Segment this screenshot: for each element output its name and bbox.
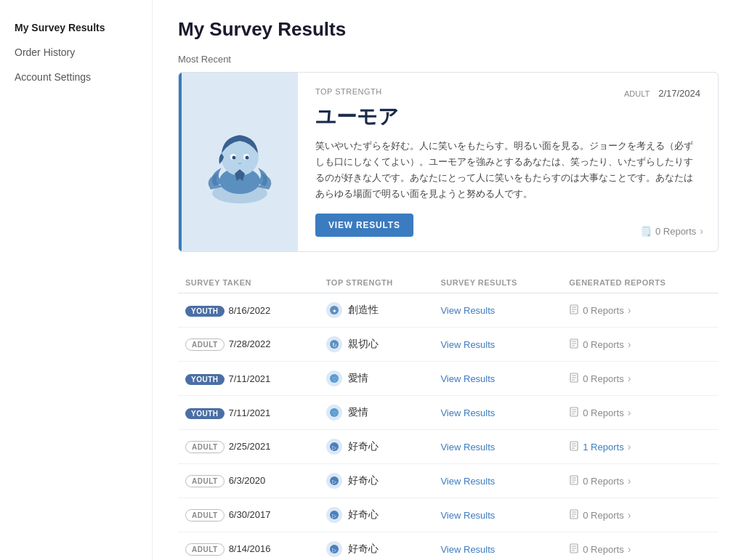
svg-point-5 [232,155,236,159]
date-cell: YOUTH8/16/2022 [178,293,319,328]
sidebar-item-order-history[interactable]: Order History [15,46,137,58]
row-chevron-right-icon[interactable]: › [628,304,631,316]
date-cell: ADULT7/28/2022 [178,328,319,362]
page-title: My Survey Results [178,18,719,41]
svg-text:▷: ▷ [332,513,337,519]
reports-cell: 0 Reports› [562,293,719,328]
row-chevron-right-icon[interactable]: › [628,543,631,555]
date-cell: ADULT2/25/2021 [178,430,319,464]
survey-table-body: YOUTH8/16/2022✦創造性View Results0 Reports›… [178,293,719,560]
strength-cell: ▷好奇心 [319,498,434,532]
date-value: 6/30/2017 [229,509,271,520]
table-row: ADULT2/25/2021▷好奇心View Results1 Reports› [178,430,719,464]
strength-name: 好奇心 [348,474,379,487]
strength-icon: ✦ [326,302,342,318]
reports-count: 0 Reports [583,476,623,487]
strength-icon: ▷ [326,473,342,489]
row-chevron-right-icon[interactable]: › [628,373,631,384]
featured-strength-title: ユーモア [315,103,700,131]
view-results-link[interactable]: View Results [440,510,495,521]
reports-count: 0 Reports [583,339,623,350]
strength-icon: ▷ [326,541,342,557]
date-value: 7/11/2021 [229,373,271,384]
date-cell: YOUTH7/11/2021 [178,362,319,396]
date-value: 8/16/2022 [229,305,271,316]
strength-name: 愛情 [348,372,368,385]
strength-name: 愛情 [348,406,368,419]
row-chevron-right-icon[interactable]: › [628,441,631,453]
date-value: 6/3/2020 [229,475,266,486]
view-results-link[interactable]: View Results [440,442,495,453]
type-badge: ADULT [185,441,225,453]
row-chevron-right-icon[interactable]: › [628,475,631,487]
featured-chevron-right-icon[interactable]: › [700,225,703,237]
view-results-cell: View Results [433,362,562,396]
strength-cell: ↻親切心 [319,328,434,362]
col-survey-results: SURVEY RESULTS [433,272,562,293]
featured-date: 2/17/2024 [658,88,700,99]
reports-cell: 0 Reports› [562,498,719,532]
report-icon [569,475,579,487]
svg-text:♡: ♡ [331,376,336,383]
type-badge: ADULT [185,338,225,351]
view-results-cell: View Results [433,430,562,464]
date-value: 8/14/2016 [229,543,271,554]
type-badge: YOUTH [185,306,225,317]
strength-cell: ♡愛情 [319,362,434,396]
sidebar-item-my-survey-results[interactable]: My Survey Results [15,22,137,33]
featured-date-container: ADULT 2/17/2024 [624,87,700,99]
reports-cell: 0 Reports› [562,396,719,430]
reports-count: 1 Reports [583,442,623,453]
most-recent-label: Most Recent [178,54,719,65]
svg-text:✦: ✦ [331,308,336,315]
type-badge: YOUTH [185,374,225,385]
row-chevron-right-icon[interactable]: › [628,407,631,418]
view-results-link[interactable]: View Results [440,544,495,555]
type-badge: ADULT [185,543,225,556]
view-results-cell: View Results [433,396,562,430]
row-chevron-right-icon[interactable]: › [628,338,631,350]
survey-table: SURVEY TAKEN TOP STRENGTH SURVEY RESULTS… [178,272,719,560]
main-content: My Survey Results Most Recent [153,0,744,560]
svg-text:♡: ♡ [331,410,336,417]
featured-type: ADULT [624,89,650,98]
view-results-link[interactable]: View Results [440,476,495,487]
survey-table-header: SURVEY TAKEN TOP STRENGTH SURVEY RESULTS… [178,272,719,293]
table-row: YOUTH7/11/2021♡愛情View Results0 Reports› [178,362,719,396]
svg-point-6 [246,155,249,159]
featured-reports-count: 0 Reports [655,226,696,237]
svg-text:↻: ↻ [331,342,336,349]
type-badge: ADULT [185,509,225,522]
strength-cell: ✦創造性 [319,293,434,328]
date-cell: YOUTH7/11/2021 [178,396,319,430]
view-results-cell: View Results [433,498,562,532]
strength-name: 好奇心 [348,543,379,556]
svg-text:▷: ▷ [332,445,337,451]
featured-reports: 🗒️ 0 Reports › [640,225,703,237]
table-row: YOUTH8/16/2022✦創造性View Results0 Reports› [178,293,719,328]
reports-cell: 0 Reports› [562,328,719,362]
col-generated-reports: GENERATED REPORTS [562,272,719,293]
featured-view-results-button[interactable]: VIEW RESULTS [315,214,413,237]
date-value: 7/28/2022 [229,338,271,349]
view-results-link[interactable]: View Results [440,339,495,350]
featured-card-meta: TOP STRENGTH ADULT 2/17/2024 [315,87,700,99]
reports-cell: 1 Reports› [562,430,719,464]
avatar-illustration [200,117,280,208]
strength-icon: ▷ [326,507,342,523]
col-survey-taken: SURVEY TAKEN [178,272,319,293]
view-results-link[interactable]: View Results [440,407,495,418]
reports-count: 0 Reports [583,510,623,521]
strength-cell: ♡愛情 [319,396,434,430]
report-icon [569,407,579,419]
strength-name: 好奇心 [348,508,379,522]
featured-card: TOP STRENGTH ADULT 2/17/2024 ユーモア 笑いやいたず… [178,72,719,252]
view-results-link[interactable]: View Results [440,373,495,384]
view-results-link[interactable]: View Results [440,305,495,316]
featured-card-body: TOP STRENGTH ADULT 2/17/2024 ユーモア 笑いやいたず… [298,73,718,251]
strength-cell: ▷好奇心 [319,430,434,464]
table-row: ADULT8/14/2016▷好奇心View Results0 Reports› [178,532,719,560]
report-icon: 🗒️ [640,226,652,237]
row-chevron-right-icon[interactable]: › [628,509,631,521]
sidebar-item-account-settings[interactable]: Account Settings [15,71,137,83]
